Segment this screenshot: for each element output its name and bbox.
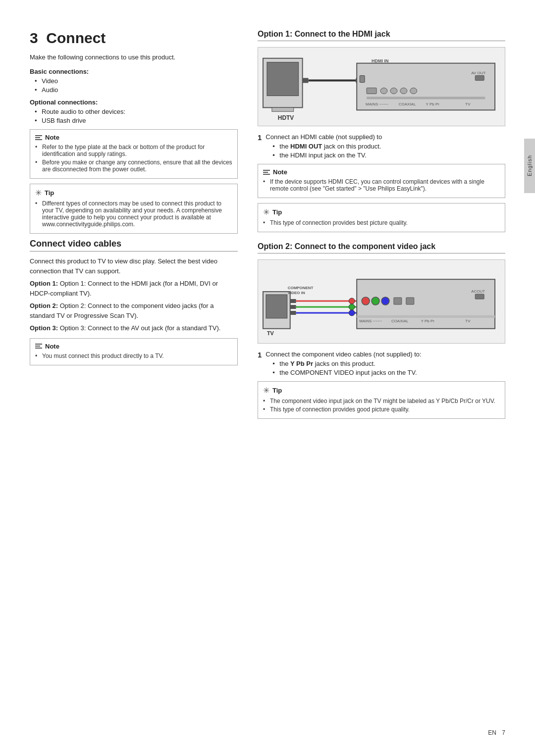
svg-rect-26 — [290, 305, 296, 309]
svg-point-35 — [349, 310, 355, 316]
tip-icon: ✳ — [35, 188, 42, 198]
left-column: 3 Connect Make the following connections… — [30, 30, 238, 726]
note-box-1: Note Refer to the type plate at the back… — [30, 129, 238, 179]
list-item: • the HDMI input jack on the TV. — [272, 151, 382, 159]
note-header: Note — [263, 168, 500, 176]
svg-rect-27 — [290, 311, 296, 315]
svg-text:AV OUT: AV OUT — [471, 71, 485, 75]
svg-text:Y    Pb    Pr: Y Pb Pr — [426, 102, 440, 106]
note-box-2: Note You must connect this product direc… — [30, 338, 238, 365]
tip-item: The component video input jack on the TV… — [263, 398, 500, 404]
tip-icon-2: ✳ — [263, 386, 269, 395]
tip-items-2: The component video input jack on the TV… — [263, 398, 500, 413]
list-item: Video — [35, 77, 238, 85]
option2-text: Option 2: Option 2: Connect to the compo… — [30, 301, 238, 320]
step1-content-2: Connect the component video cables (not … — [266, 351, 421, 376]
svg-point-37 — [362, 297, 370, 305]
option1-heading: Option 1: Connect to the HDMI jack — [258, 30, 505, 41]
tip-header: ✳ Tip — [35, 188, 232, 198]
svg-rect-1 — [267, 62, 299, 96]
svg-rect-11 — [380, 88, 387, 94]
svg-rect-4 — [303, 78, 309, 83]
note-items: Refer to the type plate at the back or b… — [35, 144, 232, 173]
note-box-option1: Note If the device supports HDMI CEC, yo… — [258, 164, 505, 198]
note-label: Note — [273, 168, 287, 176]
hdmi-diagram-svg: HDTV HDMI IN — [258, 48, 505, 126]
note-items: If the device supports HDMI CEC, you can… — [263, 178, 500, 192]
connect-video-section: Connect video cables Connect this produc… — [30, 239, 238, 365]
section-title: 3 Connect — [30, 30, 238, 47]
option3-text: Option 3: Option 3: Connect to the AV ou… — [30, 323, 238, 333]
tip-icon: ✳ — [263, 207, 269, 217]
svg-text:MAINS ~~~~: MAINS ~~~~ — [359, 319, 382, 323]
svg-rect-23 — [266, 295, 287, 318]
svg-text:Y    Pb    Pr: Y Pb Pr — [421, 319, 435, 323]
svg-rect-17 — [367, 97, 485, 99]
step1-option1: 1 Connect an HDMI cable (not supplied) t… — [258, 133, 505, 159]
step1-bullets: • the HDMI OUT jack on this product. • t… — [266, 143, 382, 159]
step1-content: Connect an HDMI cable (not supplied) to … — [266, 133, 382, 159]
svg-rect-12 — [390, 88, 397, 94]
tip-item: Different types of connectors may be use… — [35, 200, 232, 228]
svg-rect-2 — [272, 107, 294, 111]
svg-text:MAINS ~~~~: MAINS ~~~~ — [366, 102, 388, 106]
option1-text: Option 1: Option 1: Connect to the HDMI … — [30, 279, 238, 298]
svg-rect-15 — [475, 76, 484, 81]
step-number-2: 1 — [258, 351, 262, 359]
tip-items: This type of connection provides best pi… — [263, 219, 500, 226]
tip-box-1: ✳ Tip Different types of connectors may … — [30, 184, 238, 234]
basic-connections-list: Video Audio — [30, 77, 238, 94]
tip-item: This type of connection provides good pi… — [263, 406, 500, 413]
component-diagram: TV COMPONENT VIDEO IN — [258, 259, 505, 344]
note-icon — [35, 135, 42, 140]
svg-point-34 — [349, 304, 355, 310]
tip-items: Different types of connectors may be use… — [35, 200, 232, 228]
list-item: • the Y Pb Pr jacks on this product. — [272, 360, 421, 367]
note-icon — [263, 170, 270, 175]
tip-label: Tip — [45, 189, 54, 197]
note-icon-2 — [35, 344, 42, 349]
svg-rect-14 — [410, 88, 417, 94]
tip-box-option2: ✳ Tip The component video input jack on … — [258, 381, 505, 419]
note-label-2: Note — [45, 343, 59, 350]
tip-label: Tip — [272, 208, 282, 216]
tip-item: This type of connection provides best pi… — [263, 219, 500, 226]
svg-text:TV: TV — [465, 102, 471, 106]
option2-heading: Option 2: Connect to the component video… — [258, 242, 505, 253]
note-item: If the device supports HDMI CEC, you can… — [263, 178, 500, 192]
step1-text-2: Connect the component video cables (not … — [266, 351, 421, 358]
svg-text:COAXIAL: COAXIAL — [399, 102, 416, 106]
component-diagram-svg: TV COMPONENT VIDEO IN — [258, 260, 505, 343]
note-header-2: Note — [35, 343, 232, 350]
tip-header: ✳ Tip — [263, 207, 500, 217]
note-items-2: You must connect this product directly t… — [35, 353, 232, 359]
svg-rect-8 — [360, 76, 365, 83]
svg-rect-25 — [290, 299, 296, 303]
step1-option2: 1 Connect the component video cables (no… — [258, 351, 505, 376]
step-number: 1 — [258, 133, 262, 142]
list-item: • the HDMI OUT jack on this product. — [272, 143, 382, 150]
svg-point-33 — [349, 298, 355, 304]
step1-text: Connect an HDMI cable (not supplied) to — [266, 133, 382, 141]
list-item: Route audio to other devices: — [35, 108, 238, 115]
svg-point-38 — [372, 297, 379, 305]
basic-connections-label: Basic connections: — [30, 68, 238, 75]
svg-text:VIDEO IN: VIDEO IN — [288, 291, 305, 295]
svg-rect-41 — [406, 298, 414, 304]
intro-text: Make the following connections to use th… — [30, 53, 238, 61]
list-item: USB flash drive — [35, 117, 238, 124]
svg-text:TV: TV — [465, 319, 471, 323]
svg-rect-13 — [400, 88, 407, 94]
svg-text:TV: TV — [267, 330, 274, 336]
tip-label-2: Tip — [272, 387, 282, 394]
svg-text:ACOUT: ACOUT — [471, 289, 485, 294]
svg-text:HDTV: HDTV — [278, 114, 294, 121]
footer-page-num: 7 — [502, 729, 505, 736]
tip-header-2: ✳ Tip — [263, 386, 500, 395]
page-footer: EN 7 — [488, 729, 505, 736]
optional-connections-label: Optional connections: — [30, 99, 238, 106]
tip-box-option1: ✳ Tip This type of connection provides b… — [258, 203, 505, 232]
list-item: • the COMPONENT VIDEO input jacks on the… — [272, 369, 421, 376]
footer-lang: EN — [488, 729, 496, 736]
optional-connections-list: Route audio to other devices: USB flash … — [30, 108, 238, 124]
